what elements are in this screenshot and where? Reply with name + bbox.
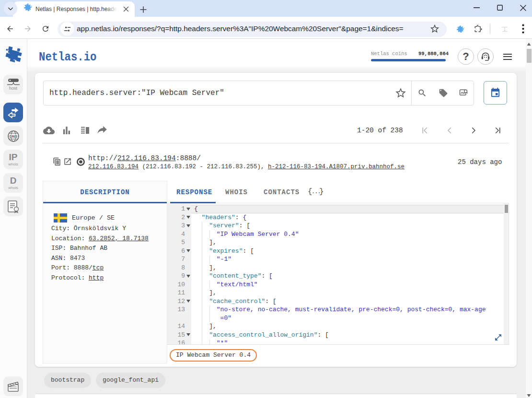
- svg-text:DNS: DNS: [10, 134, 17, 139]
